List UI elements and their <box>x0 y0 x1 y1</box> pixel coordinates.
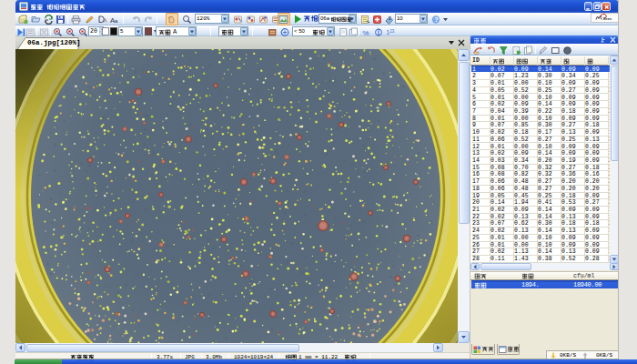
svg-text:%: % <box>363 28 369 36</box>
svg-text:123: 123 <box>387 29 395 35</box>
svg-text:2: 2 <box>389 15 391 21</box>
svg-text:a: a <box>115 17 118 23</box>
svg-text:?: ? <box>434 15 439 24</box>
svg-text:Seen: Seen <box>603 16 612 21</box>
